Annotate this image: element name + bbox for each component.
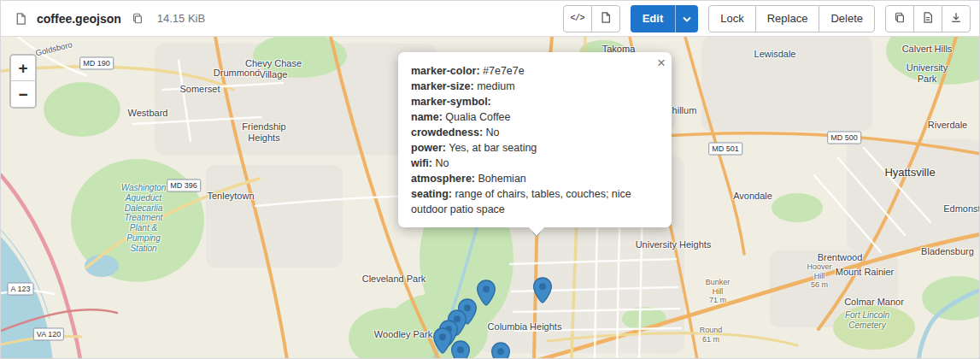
delete-button[interactable]: Delete xyxy=(819,5,875,32)
file-size: 14.15 KiB xyxy=(157,12,205,25)
map[interactable]: GoldsboroMD 190DrummondChevy Chase Villa… xyxy=(1,37,979,359)
popup-property: marker-size: medium xyxy=(411,79,654,94)
raw-file-icon xyxy=(922,11,934,26)
view-toggle-group: </> xyxy=(563,5,620,32)
popup-property: crowdedness: No xyxy=(411,125,654,140)
edit-split-button: Edit xyxy=(631,5,699,32)
lock-button[interactable]: Lock xyxy=(708,5,755,32)
zoom-out-button[interactable]: − xyxy=(11,81,35,107)
document-icon xyxy=(600,11,612,26)
popup-properties: marker-color: #7e7e7emarker-size: medium… xyxy=(411,63,654,217)
map-marker[interactable] xyxy=(491,342,511,359)
download-button[interactable] xyxy=(942,5,971,32)
popup-property: atmosphere: Bohemian xyxy=(411,171,654,186)
popup-property: power: Yes, at bar seating xyxy=(411,140,654,156)
open-raw-button[interactable] xyxy=(913,5,942,32)
display-source-button[interactable]: </> xyxy=(563,5,592,32)
file-action-group: Lock Replace Delete xyxy=(708,5,875,32)
file-name: coffee.geojson xyxy=(37,12,121,26)
popup-property: wifi: No xyxy=(411,156,654,171)
popup-property: marker-color: #7e7e7e xyxy=(411,63,654,79)
file-icon xyxy=(11,9,30,28)
popup-property: marker-symbol: xyxy=(411,94,654,109)
copy-contents-button[interactable] xyxy=(885,5,914,32)
popup-property: seating: range of chairs, tables, couche… xyxy=(411,186,654,217)
map-marker[interactable] xyxy=(433,327,453,354)
map-marker[interactable] xyxy=(533,277,553,303)
zoom-in-button[interactable]: + xyxy=(11,56,35,81)
edit-dropdown-toggle[interactable] xyxy=(675,5,698,32)
file-viewer: coffee.geojson 14.15 KiB </> Edit xyxy=(0,0,980,359)
map-marker[interactable] xyxy=(451,340,471,359)
popup-property: name: Qualia Coffee xyxy=(411,109,654,125)
code-icon: </> xyxy=(570,14,584,23)
zoom-control: + − xyxy=(9,54,37,109)
edit-button[interactable]: Edit xyxy=(631,5,676,32)
file-header: coffee.geojson 14.15 KiB </> Edit xyxy=(1,1,979,37)
file-utility-group xyxy=(885,5,971,32)
download-icon xyxy=(950,11,962,26)
copy-icon xyxy=(894,11,906,26)
map-marker[interactable] xyxy=(477,280,496,306)
display-rendered-button[interactable] xyxy=(591,5,620,32)
feature-popup: × marker-color: #7e7e7emarker-size: medi… xyxy=(398,52,672,227)
chevron-down-icon xyxy=(683,12,691,25)
copy-path-icon[interactable] xyxy=(128,9,147,28)
replace-button[interactable]: Replace xyxy=(755,5,820,32)
popup-tail xyxy=(529,227,544,236)
popup-close-button[interactable]: × xyxy=(657,55,666,72)
